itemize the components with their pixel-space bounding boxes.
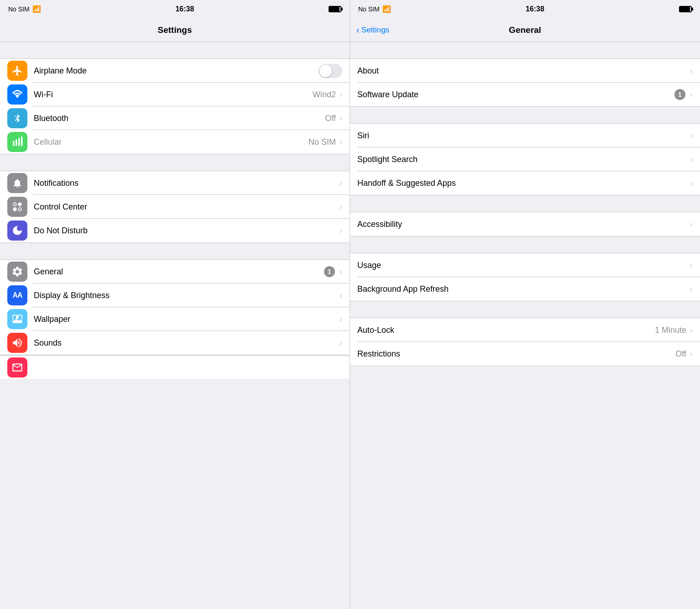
general-badge: 1 [324, 266, 335, 277]
back-chevron-icon: ‹ [356, 25, 360, 34]
software-update-chevron: › [690, 90, 693, 100]
cellular-icon [7, 132, 27, 152]
cellular-chevron: › [340, 137, 342, 147]
bluetooth-value: Off [325, 114, 336, 123]
control-center-chevron: › [340, 202, 342, 212]
divider-r1 [350, 42, 700, 58]
software-update-row[interactable]: Software Update 1 › [350, 83, 700, 106]
accessibility-row[interactable]: Accessibility › [350, 212, 700, 236]
airplane-label: Airplane Mode [34, 66, 319, 76]
notification-group: Notifications › Control Center › Do Not … [0, 171, 350, 243]
airplane-toggle[interactable] [319, 64, 342, 78]
do-not-disturb-row[interactable]: Do Not Disturb › [0, 219, 350, 242]
display-brightness-icon: AA [7, 285, 27, 305]
wifi-icon-left: 📶 [32, 5, 41, 13]
software-update-badge: 1 [674, 89, 685, 100]
more-icon [7, 357, 27, 378]
general-label: General [34, 267, 324, 277]
wallpaper-row[interactable]: Wallpaper › [0, 307, 350, 331]
accessibility-label: Accessibility [357, 220, 690, 229]
divider-r5 [350, 301, 700, 318]
divider-r3 [350, 195, 700, 212]
battery-left [329, 6, 341, 12]
control-center-icon [7, 197, 27, 217]
notifications-row[interactable]: Notifications › [0, 171, 350, 195]
battery-right [679, 6, 692, 12]
usage-group: Usage › Background App Refresh › [350, 253, 700, 301]
siri-label: Siri [357, 131, 690, 141]
handoff-chevron: › [690, 178, 693, 188]
software-update-label: Software Update [357, 90, 674, 100]
general-icon [7, 262, 27, 282]
toggle-knob [319, 65, 332, 77]
carrier-right: No SIM [358, 5, 380, 13]
siri-group: Siri › Spotlight Search › Handoff & Sugg… [350, 123, 700, 195]
status-bar-right: No SIM 📶 16:38 [350, 0, 700, 18]
handoff-row[interactable]: Handoff & Suggested Apps › [350, 171, 700, 195]
airplane-mode-row[interactable]: Airplane Mode [0, 59, 350, 83]
airplane-icon [7, 61, 27, 81]
connectivity-group: Airplane Mode Wi-Fi Wind2 › Bluetooth Of… [0, 58, 350, 154]
usage-row[interactable]: Usage › [350, 253, 700, 277]
usage-chevron: › [690, 261, 693, 270]
general-group: General 1 › AA Display & Brightness › Wa… [0, 259, 350, 355]
about-row[interactable]: About › [350, 59, 700, 83]
wifi-icon-right: 📶 [382, 5, 391, 13]
back-label: Settings [361, 26, 389, 35]
svg-rect-1 [16, 140, 17, 146]
restrictions-row[interactable]: Restrictions Off › [350, 342, 700, 366]
svg-point-6 [13, 208, 16, 211]
sounds-chevron: › [340, 338, 342, 348]
restrictions-value: Off [675, 349, 686, 359]
auto-lock-row[interactable]: Auto-Lock 1 Minute › [350, 318, 700, 342]
spotlight-row[interactable]: Spotlight Search › [350, 147, 700, 171]
auto-lock-label: Auto-Lock [357, 326, 655, 335]
svg-point-4 [13, 203, 16, 206]
bluetooth-icon [7, 108, 27, 128]
restrictions-label: Restrictions [357, 349, 675, 359]
spotlight-label: Spotlight Search [357, 155, 690, 164]
control-center-row[interactable]: Control Center › [0, 195, 350, 219]
wifi-chevron: › [340, 90, 342, 100]
wifi-row[interactable]: Wi-Fi Wind2 › [0, 83, 350, 106]
cellular-row[interactable]: Cellular No SIM › [0, 130, 350, 154]
display-brightness-row[interactable]: AA Display & Brightness › [0, 284, 350, 307]
nav-header-left: Settings [0, 18, 350, 42]
background-app-refresh-chevron: › [690, 284, 693, 294]
cellular-label: Cellular [34, 137, 308, 147]
svg-point-7 [18, 208, 21, 211]
divider-3 [0, 243, 350, 259]
accessibility-chevron: › [690, 220, 693, 229]
svg-point-8 [16, 315, 19, 319]
divider-1 [0, 42, 350, 58]
sounds-label: Sounds [34, 338, 340, 348]
do-not-disturb-icon [7, 220, 27, 241]
wifi-icon [7, 84, 27, 105]
bluetooth-row[interactable]: Bluetooth Off › [0, 106, 350, 130]
sounds-row[interactable]: Sounds › [0, 331, 350, 355]
back-button[interactable]: ‹ Settings [356, 26, 389, 35]
cellular-value: No SIM [308, 137, 336, 147]
usage-label: Usage [357, 261, 690, 270]
divider-2 [0, 154, 350, 171]
about-group: About › Software Update 1 › [350, 58, 700, 107]
siri-row[interactable]: Siri › [350, 124, 700, 147]
background-app-refresh-row[interactable]: Background App Refresh › [350, 277, 700, 301]
right-panel: No SIM 📶 16:38 ‹ Settings General About … [350, 0, 700, 609]
page-title-left: Settings [158, 25, 192, 35]
wallpaper-icon [7, 309, 27, 329]
wifi-value: Wind2 [313, 90, 336, 100]
svg-rect-3 [21, 136, 22, 146]
time-left: 16:38 [175, 5, 194, 13]
general-row[interactable]: General 1 › [0, 260, 350, 284]
about-chevron: › [690, 66, 693, 76]
left-panel: No SIM 📶 16:38 Settings Airplane Mode [0, 0, 350, 609]
nav-header-right: ‹ Settings General [350, 18, 700, 42]
notifications-chevron: › [340, 178, 342, 188]
display-brightness-chevron: › [340, 291, 342, 300]
time-right: 16:38 [526, 5, 544, 13]
siri-chevron: › [690, 131, 693, 141]
notifications-icon [7, 173, 27, 193]
svg-rect-0 [13, 141, 14, 146]
auto-lock-chevron: › [690, 326, 693, 335]
